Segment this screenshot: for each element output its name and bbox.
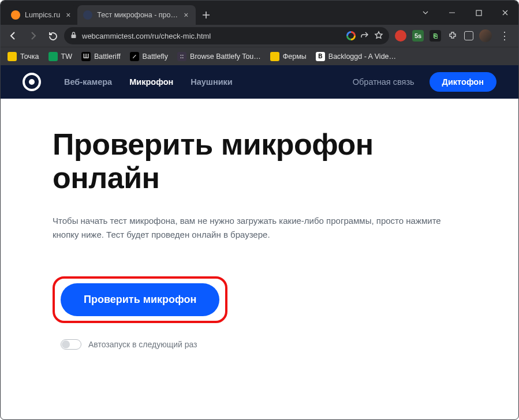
page-body: Проверить микрофон онлайн Чтобы начать т… [1, 99, 518, 350]
bookmark-icon: ⟋ [130, 52, 139, 61]
bookmark-label: Battleriff [94, 52, 121, 61]
tab-title: Lumpics.ru [25, 11, 60, 19]
svg-rect-1 [72, 35, 76, 38]
kebab-menu-icon[interactable]: ⋮ [498, 31, 511, 41]
browser-chrome: Lumpics.ru × Тест микрофона - проверка м… [1, 1, 518, 65]
url-text: webcammictest.com/ru/check-mic.html [82, 32, 342, 40]
bookmark-label: Фермы [283, 52, 307, 61]
bookmark-icon [8, 52, 17, 61]
toolbar: webcammictest.com/ru/check-mic.html 5s ⎘… [1, 25, 518, 47]
nav-link-feedback[interactable]: Обратная связь [353, 77, 415, 87]
reload-button[interactable] [44, 28, 61, 44]
bookmark-item[interactable]: TW [48, 52, 72, 61]
lock-icon [70, 31, 77, 40]
extension-icon[interactable] [395, 30, 406, 42]
autostart-label: Автозапуск в следующий раз [88, 340, 197, 349]
share-icon[interactable] [360, 31, 369, 42]
address-bar[interactable]: webcammictest.com/ru/check-mic.html [64, 27, 389, 44]
tab-strip: Lumpics.ru × Тест микрофона - проверка м… [1, 1, 214, 25]
nav-links: Веб-камера Микрофон Наушники [64, 77, 233, 87]
extensions: 5s ⎘ ⋮ [393, 29, 514, 42]
globe-icon [11, 10, 20, 20]
page-title: Проверить микрофон онлайн [53, 127, 466, 194]
bookmark-label: Browse Battlefy Tou… [190, 52, 261, 61]
close-window-button[interactable] [492, 1, 518, 25]
bookmark-label: TW [61, 52, 72, 61]
site-nav: Веб-камера Микрофон Наушники Обратная св… [1, 65, 518, 99]
nav-link-headphones[interactable]: Наушники [191, 77, 233, 87]
autostart-toggle[interactable] [61, 339, 81, 350]
svg-rect-0 [476, 10, 481, 16]
bookmark-label: Точка [20, 52, 39, 61]
bookmark-item[interactable]: Точка [8, 52, 39, 61]
bookmark-icon: :: [177, 52, 186, 61]
avatar[interactable] [479, 29, 492, 42]
maximize-button[interactable] [465, 1, 492, 25]
nav-link-microphone[interactable]: Микрофон [129, 77, 173, 87]
close-icon[interactable]: × [65, 10, 72, 20]
page-lede: Чтобы начать тест микрофона, вам не нужн… [53, 214, 445, 242]
bookmark-icon [48, 52, 58, 61]
site-logo-icon[interactable] [23, 73, 41, 91]
titlebar: Lumpics.ru × Тест микрофона - проверка м… [1, 1, 518, 25]
bookmark-icon: B [316, 52, 325, 61]
new-tab-button[interactable] [198, 7, 214, 23]
tab-mictest[interactable]: Тест микрофона - проверка ми × [77, 5, 195, 25]
bookmark-icon [270, 52, 279, 61]
bookmark-bar: Точка TW ШBattleriff ⟋Battlefly ::Browse… [1, 47, 518, 65]
chevron-down-icon[interactable] [412, 1, 439, 25]
bookmark-item[interactable]: Фермы [270, 52, 307, 61]
check-microphone-button[interactable]: Проверить микрофон [61, 283, 219, 316]
forward-button[interactable] [25, 28, 41, 44]
google-icon[interactable] [346, 31, 356, 40]
bookmark-item[interactable]: BBackloggd - A Vide… [316, 52, 396, 61]
puzzle-icon[interactable] [447, 30, 458, 42]
close-icon[interactable]: × [182, 10, 189, 20]
extension-icon[interactable]: ⎘ [430, 30, 441, 42]
bookmark-icon: Ш [81, 52, 91, 61]
extension-badge[interactable]: 5s [412, 30, 424, 42]
bookmark-item[interactable]: ⟋Battlefly [130, 52, 168, 61]
overflow-icon[interactable] [464, 31, 473, 40]
bookmark-item[interactable]: ::Browse Battlefy Tou… [177, 52, 261, 61]
bookmark-item[interactable]: ШBattleriff [81, 52, 121, 61]
bookmark-label: Backloggd - A Vide… [328, 52, 396, 61]
nav-link-webcam[interactable]: Веб-камера [64, 77, 112, 87]
bookmark-label: Battlefly [143, 52, 168, 61]
star-icon[interactable] [374, 31, 383, 42]
minimize-button[interactable] [439, 1, 465, 25]
autostart-row: Автозапуск в следующий раз [53, 339, 466, 350]
window-controls [412, 1, 518, 25]
highlight-annotation: Проверить микрофон [53, 276, 227, 323]
dictaphone-button[interactable]: Диктофон [430, 72, 496, 92]
tab-lumpics[interactable]: Lumpics.ru × [5, 5, 77, 25]
back-button[interactable] [5, 28, 21, 44]
tab-title: Тест микрофона - проверка ми [97, 11, 178, 19]
globe-icon [83, 10, 92, 20]
